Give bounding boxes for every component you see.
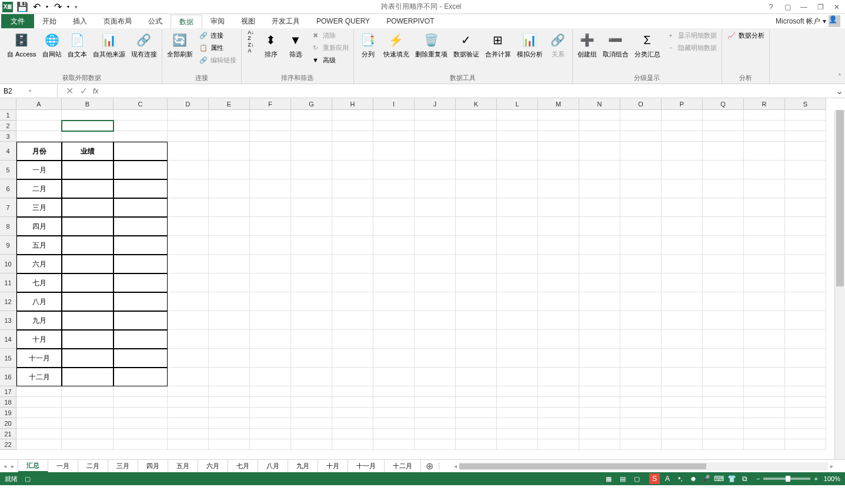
cell-F21[interactable] — [250, 429, 291, 439]
cell-E18[interactable] — [209, 397, 250, 408]
cell-G22[interactable] — [291, 439, 332, 450]
cell-S13[interactable] — [785, 311, 826, 330]
whatif-button[interactable]: 📊模拟分析 — [515, 29, 545, 59]
hscroll-left-icon[interactable]: ◂ — [454, 463, 457, 469]
row-header-7[interactable]: 7 — [0, 198, 16, 217]
col-header-I[interactable]: I — [373, 98, 415, 110]
cell-N20[interactable] — [579, 418, 620, 429]
cell-B18[interactable] — [62, 397, 113, 408]
cell-P9[interactable] — [662, 236, 703, 255]
tray-icon-2[interactable]: •, — [675, 473, 686, 484]
cell-H20[interactable] — [332, 418, 373, 429]
cell-G18[interactable] — [291, 397, 332, 408]
row-header-22[interactable]: 22 — [0, 439, 16, 450]
reapply-button[interactable]: ↻重新应用 — [309, 42, 351, 54]
view-normal-button[interactable]: ▦ — [602, 473, 615, 484]
cell-S19[interactable] — [785, 408, 826, 418]
cell-B17[interactable] — [62, 386, 113, 397]
cell-L21[interactable] — [497, 429, 538, 439]
cell-D10[interactable] — [168, 255, 209, 273]
cell-O19[interactable] — [620, 408, 662, 418]
cell-Q14[interactable] — [703, 330, 744, 349]
cell-I2[interactable] — [373, 121, 415, 131]
save-button[interactable]: 💾 — [15, 1, 29, 14]
cell-B21[interactable] — [62, 429, 113, 439]
cell-G17[interactable] — [291, 386, 332, 397]
from-web-button[interactable]: 🌐自网站 — [40, 29, 64, 59]
tab-home[interactable]: 开始 — [34, 14, 65, 28]
cell-K22[interactable] — [456, 439, 497, 450]
cell-R20[interactable] — [744, 418, 785, 429]
cell-B3[interactable] — [62, 131, 113, 142]
col-header-H[interactable]: H — [332, 98, 373, 110]
cell-C14[interactable] — [113, 330, 168, 349]
cell-A14[interactable]: 十月 — [16, 330, 62, 349]
cell-P7[interactable] — [662, 198, 703, 217]
col-header-D[interactable]: D — [168, 98, 209, 110]
cell-C6[interactable] — [113, 179, 168, 198]
cell-R2[interactable] — [744, 121, 785, 131]
cell-O4[interactable] — [620, 142, 662, 161]
cell-D6[interactable] — [168, 179, 209, 198]
tray-icon-4[interactable]: 🎤 — [701, 473, 712, 484]
cell-L3[interactable] — [497, 131, 538, 142]
cell-I10[interactable] — [373, 255, 415, 273]
cell-Q13[interactable] — [703, 311, 744, 330]
cell-S20[interactable] — [785, 418, 826, 429]
cell-F1[interactable] — [250, 110, 291, 121]
from-access-button[interactable]: 🗄️自 Access — [5, 29, 39, 59]
cell-N12[interactable] — [579, 292, 620, 311]
cell-I21[interactable] — [373, 429, 415, 439]
cell-D22[interactable] — [168, 439, 209, 450]
cell-K18[interactable] — [456, 397, 497, 408]
remove-dup-button[interactable]: 🗑️删除重复项 — [413, 29, 450, 59]
row-header-13[interactable]: 13 — [0, 311, 16, 330]
cell-Q19[interactable] — [703, 408, 744, 418]
cell-K21[interactable] — [456, 429, 497, 439]
cell-A9[interactable]: 五月 — [16, 236, 62, 255]
sheet-tab-四月[interactable]: 四月 — [138, 460, 168, 472]
cell-D4[interactable] — [168, 142, 209, 161]
cell-G8[interactable] — [291, 217, 332, 236]
cell-G5[interactable] — [291, 161, 332, 179]
cell-S1[interactable] — [785, 110, 826, 121]
row-header-16[interactable]: 16 — [0, 368, 16, 386]
cell-J18[interactable] — [415, 397, 456, 408]
cell-O5[interactable] — [620, 161, 662, 179]
cell-J8[interactable] — [415, 217, 456, 236]
advanced-filter-button[interactable]: ▼高级 — [309, 54, 351, 66]
cell-S18[interactable] — [785, 397, 826, 408]
cell-Q3[interactable] — [703, 131, 744, 142]
cell-O15[interactable] — [620, 349, 662, 368]
cell-M10[interactable] — [538, 255, 579, 273]
cell-D14[interactable] — [168, 330, 209, 349]
cell-R13[interactable] — [744, 311, 785, 330]
cell-I6[interactable] — [373, 179, 415, 198]
cell-H19[interactable] — [332, 408, 373, 418]
cell-I16[interactable] — [373, 368, 415, 386]
cell-Q11[interactable] — [703, 273, 744, 292]
slider-track[interactable] — [763, 478, 810, 480]
cell-N10[interactable] — [579, 255, 620, 273]
cell-L16[interactable] — [497, 368, 538, 386]
cell-D7[interactable] — [168, 198, 209, 217]
tab-view[interactable]: 视图 — [233, 14, 263, 28]
col-header-A[interactable]: A — [16, 98, 62, 110]
sheet-tab-一月[interactable]: 一月 — [48, 460, 78, 472]
cell-N7[interactable] — [579, 198, 620, 217]
cell-M2[interactable] — [538, 121, 579, 131]
cell-D18[interactable] — [168, 397, 209, 408]
formula-input[interactable] — [101, 84, 833, 98]
cell-P8[interactable] — [662, 217, 703, 236]
cell-F15[interactable] — [250, 349, 291, 368]
cell-L17[interactable] — [497, 386, 538, 397]
name-box[interactable]: B2▾ — [0, 84, 58, 98]
cell-M16[interactable] — [538, 368, 579, 386]
cell-P21[interactable] — [662, 429, 703, 439]
tab-formula[interactable]: 公式 — [140, 14, 171, 28]
cell-A8[interactable]: 四月 — [16, 217, 62, 236]
cell-B9[interactable] — [62, 236, 113, 255]
cell-J14[interactable] — [415, 330, 456, 349]
cell-H5[interactable] — [332, 161, 373, 179]
cell-L2[interactable] — [497, 121, 538, 131]
